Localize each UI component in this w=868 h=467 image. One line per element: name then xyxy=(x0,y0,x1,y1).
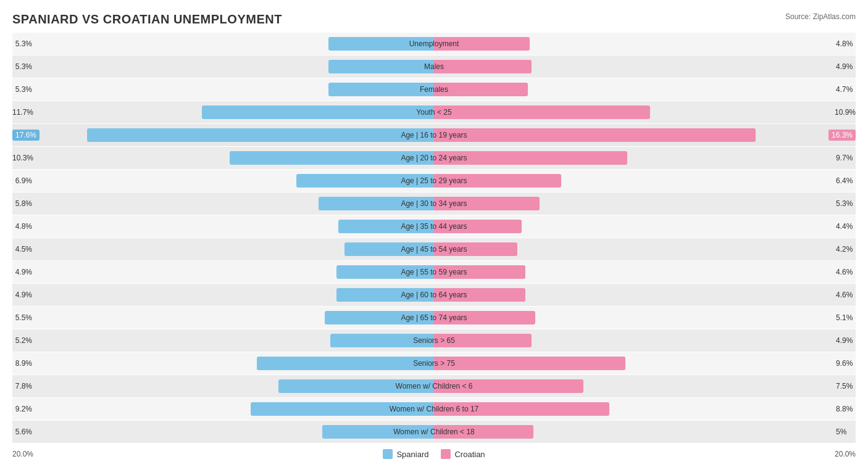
chart-source: Source: ZipAtlas.com xyxy=(785,12,856,21)
left-value: 11.7% xyxy=(12,108,37,117)
right-bar-container xyxy=(434,174,832,188)
chart-row: 5.8% Age | 30 to 34 years 5.3% xyxy=(12,192,856,215)
right-section: 7.5% xyxy=(434,375,856,397)
right-section: 9.6% xyxy=(434,352,856,374)
chart-row: 10.3% Age | 20 to 24 years 9.7% xyxy=(12,147,856,169)
left-bar-container xyxy=(37,105,434,119)
left-bar-container xyxy=(36,402,434,416)
right-bar-container xyxy=(434,288,832,302)
right-bar-container xyxy=(434,402,832,416)
left-value: 5.3% xyxy=(12,62,36,71)
row-inner: 10.3% Age | 20 to 24 years 9.7% xyxy=(12,147,856,169)
right-value: 9.6% xyxy=(832,359,856,368)
right-value: 4.7% xyxy=(832,85,856,94)
right-bar-container xyxy=(434,334,832,347)
right-value: 6.4% xyxy=(832,176,856,185)
left-section: 5.3% xyxy=(12,56,434,78)
left-bar-container xyxy=(36,242,434,256)
left-section: 17.6% xyxy=(12,124,434,146)
right-bar-container xyxy=(434,357,832,370)
left-bar-container xyxy=(36,220,434,233)
right-bar xyxy=(434,197,540,210)
left-value: 10.3% xyxy=(12,154,37,162)
row-inner: 5.3% Unemployment 4.8% xyxy=(12,33,856,55)
left-value: 5.5% xyxy=(12,313,36,322)
row-inner: 9.2% Women w/ Children 6 to 17 8.8% xyxy=(12,398,856,420)
right-section: 4.6% xyxy=(434,261,856,283)
right-bar xyxy=(434,220,522,233)
left-bar xyxy=(328,37,434,51)
chart-row: 4.8% Age | 35 to 44 years 4.4% xyxy=(12,215,856,238)
left-section: 4.8% xyxy=(12,215,434,238)
left-value: 5.6% xyxy=(12,428,36,436)
right-value: 4.6% xyxy=(832,291,856,299)
axis-label-right: 20.0% xyxy=(835,450,856,458)
right-bar xyxy=(434,242,517,256)
right-bar-container xyxy=(434,311,832,324)
left-bar xyxy=(338,220,434,233)
chart-row: 5.3% Unemployment 4.8% xyxy=(12,33,856,55)
right-value: 7.5% xyxy=(832,382,856,391)
right-bar-container xyxy=(434,37,832,51)
left-bar xyxy=(344,242,434,256)
row-inner: 8.9% Seniors > 75 9.6% xyxy=(12,352,856,374)
left-bar xyxy=(328,83,434,96)
left-value: 7.8% xyxy=(12,382,36,391)
left-bar xyxy=(278,379,434,393)
left-bar xyxy=(87,128,434,142)
left-bar xyxy=(336,288,434,302)
right-value: 4.6% xyxy=(832,268,856,276)
right-value: 9.7% xyxy=(832,154,856,162)
right-value: 5.1% xyxy=(832,313,856,322)
right-section: 4.7% xyxy=(434,78,856,101)
left-section: 5.6% xyxy=(12,421,434,443)
right-bar-container xyxy=(434,83,832,96)
left-value: 4.5% xyxy=(12,245,36,254)
left-bar-container xyxy=(36,425,434,439)
right-value: 4.8% xyxy=(832,39,856,48)
row-inner: 4.9% Age | 55 to 59 years 4.6% xyxy=(12,261,856,283)
legend-label-spaniard: Spaniard xyxy=(396,450,428,459)
row-inner: 5.2% Seniors > 65 4.9% xyxy=(12,329,856,352)
right-section: 4.4% xyxy=(434,215,856,238)
legend-box-croatian xyxy=(441,449,451,459)
right-bar xyxy=(434,311,535,324)
left-section: 5.3% xyxy=(12,33,434,55)
left-section: 8.9% xyxy=(12,352,434,374)
chart-row: 4.9% Age | 55 to 59 years 4.6% xyxy=(12,261,856,283)
left-section: 5.8% xyxy=(12,192,434,215)
left-bar-container xyxy=(36,357,434,370)
right-bar xyxy=(434,105,650,119)
right-bar-container xyxy=(434,197,832,210)
left-bar-container xyxy=(40,128,434,142)
left-section: 4.9% xyxy=(12,261,434,283)
left-section: 4.9% xyxy=(12,284,434,306)
left-bar xyxy=(319,197,434,210)
right-bar xyxy=(434,60,532,73)
left-value: 8.9% xyxy=(12,359,36,368)
right-bar xyxy=(434,402,609,416)
chart-row: 5.3% Females 4.7% xyxy=(12,78,856,101)
right-section: 4.8% xyxy=(434,33,856,55)
right-section: 10.9% xyxy=(434,101,856,123)
chart-row: 17.6% Age | 16 to 19 years 16.3% xyxy=(12,124,856,146)
chart-row: 8.9% Seniors > 75 9.6% xyxy=(12,352,856,374)
right-section: 16.3% xyxy=(434,124,856,146)
right-bar xyxy=(434,265,525,279)
right-bar xyxy=(434,37,530,51)
right-value: 4.4% xyxy=(832,222,856,231)
chart-row: 11.7% Youth < 25 10.9% xyxy=(12,101,856,123)
left-bar-container xyxy=(36,265,434,279)
left-section: 5.3% xyxy=(12,78,434,101)
right-value: 16.3% xyxy=(828,130,856,141)
chart-header: SPANIARD VS CROATIAN UNEMPLOYMENT Source… xyxy=(12,12,856,27)
left-bar xyxy=(328,60,434,73)
row-inner: 5.3% Males 4.9% xyxy=(12,56,856,78)
left-section: 6.9% xyxy=(12,170,434,192)
left-bar-container xyxy=(36,379,434,393)
chart-row: 5.5% Age | 65 to 74 years 5.1% xyxy=(12,307,856,329)
right-value: 4.9% xyxy=(832,336,856,345)
right-bar xyxy=(434,379,583,393)
legend-label-croatian: Croatian xyxy=(454,450,485,459)
left-bar-container xyxy=(36,37,434,51)
